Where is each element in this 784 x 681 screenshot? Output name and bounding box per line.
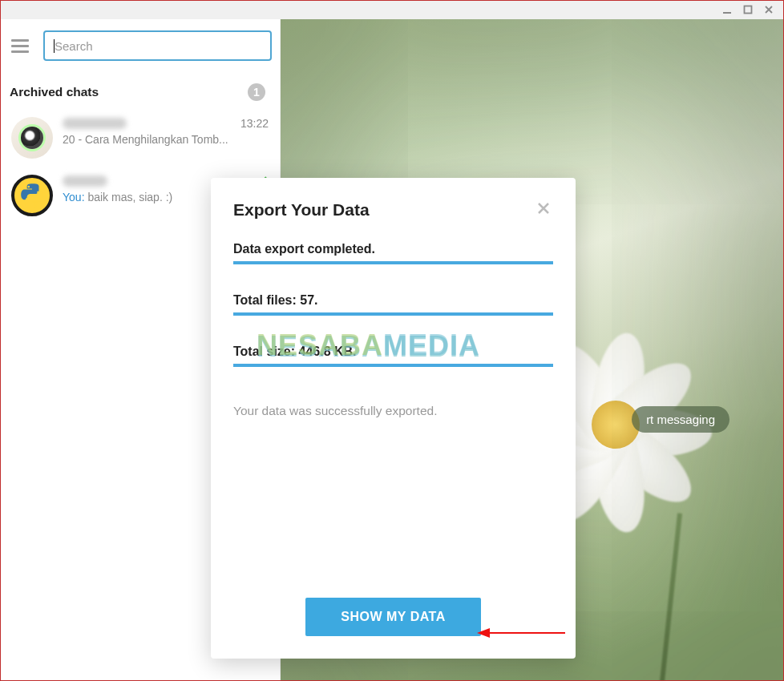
search-input[interactable]: Search bbox=[43, 30, 272, 61]
start-messaging-pill[interactable]: rt messaging bbox=[632, 406, 729, 433]
show-my-data-button[interactable]: SHOW MY DATA bbox=[305, 598, 480, 636]
window-maximize-button[interactable] bbox=[742, 4, 754, 15]
svg-rect-0 bbox=[723, 12, 731, 14]
total-size-row: Total size: 446.8 KB. bbox=[233, 345, 553, 367]
chat-item[interactable]: 13:22 20 - Cara Menghilangkan Tomb... bbox=[0, 109, 280, 167]
svg-rect-1 bbox=[745, 6, 752, 14]
window-close-button[interactable] bbox=[763, 4, 774, 15]
window-titlebar bbox=[0, 0, 784, 19]
chat-name-blurred bbox=[63, 175, 107, 187]
archived-chats-row[interactable]: Archived chats 1 bbox=[0, 72, 280, 109]
chat-name-blurred bbox=[63, 118, 127, 129]
total-files-row: Total files: 57. bbox=[233, 293, 553, 316]
avatar bbox=[11, 117, 53, 159]
chat-time: 13:22 bbox=[240, 117, 269, 130]
chat-preview: 20 - Cara Menghilangkan Tomb... bbox=[63, 133, 269, 146]
close-icon[interactable] bbox=[534, 199, 553, 221]
dialog-title: Export Your Data bbox=[233, 200, 370, 220]
archived-chats-count: 1 bbox=[248, 83, 265, 101]
avatar bbox=[11, 175, 53, 216]
export-status-row: Data export completed. bbox=[233, 242, 553, 264]
search-placeholder: Search bbox=[55, 39, 93, 53]
window-minimize-button[interactable] bbox=[721, 4, 733, 15]
export-note: Your data was successfully exported. bbox=[233, 404, 553, 418]
archived-chats-label: Archived chats bbox=[10, 85, 99, 99]
export-data-dialog: Export Your Data Data export completed. … bbox=[211, 178, 576, 659]
menu-icon[interactable] bbox=[8, 36, 32, 56]
